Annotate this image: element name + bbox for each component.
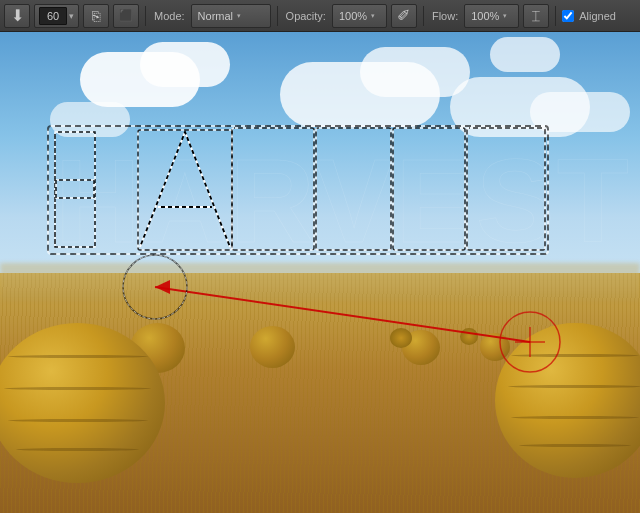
cloud-6 [530,92,630,132]
pattern-icon: ⬛ [119,9,133,22]
size-dropdown-arrow[interactable]: ▾ [69,11,74,21]
tool-button-1[interactable]: ⬇ [4,4,30,28]
horizon-haze [0,263,640,301]
mode-dropdown[interactable]: Normal ▾ [191,4,271,28]
mode-value: Normal [198,10,233,22]
tool-button-2[interactable]: ⎘ [83,4,109,28]
opacity-label: Opacity: [284,10,328,22]
airbrush-button[interactable]: ⌶ [523,4,549,28]
separator-3 [423,6,424,26]
aligned-checkbox[interactable] [562,10,574,22]
opacity-value: 100% [339,10,367,22]
flow-dropdown[interactable]: 100% ▾ [464,4,519,28]
canvas-area[interactable]: HARVEST [0,32,640,513]
brush-icon: ✐ [397,6,410,25]
flow-label: Flow: [430,10,460,22]
separator-1 [145,6,146,26]
cloud-7 [490,37,560,72]
hay-bale-bg-2 [250,326,295,368]
hay-bale-distant-1 [390,328,412,348]
cloud-8 [50,102,130,137]
tool-icon-1: ⬇ [11,6,24,25]
stamp-icon: ⎘ [92,8,100,24]
hay-bale-distant-2 [460,328,478,345]
flow-arrow: ▾ [503,12,507,20]
opacity-dropdown[interactable]: 100% ▾ [332,4,387,28]
tool-button-3[interactable]: ⬛ [113,4,139,28]
separator-4 [555,6,556,26]
aligned-checkbox-wrap[interactable]: Aligned [562,10,618,22]
flow-value: 100% [471,10,499,22]
brush-size-input[interactable]: 60 [39,7,67,25]
brush-button[interactable]: ✐ [391,4,417,28]
separator-2 [277,6,278,26]
toolbar: ⬇ 60 ▾ ⎘ ⬛ Mode: Normal ▾ Opacity: 100% … [0,0,640,32]
aligned-label: Aligned [577,10,618,22]
cloud-4 [360,47,470,97]
mode-label: Mode: [152,10,187,22]
cloud-2 [140,42,230,87]
mode-arrow: ▾ [237,12,241,20]
airbrush-icon: ⌶ [532,8,540,23]
sky-layer [0,32,640,297]
hay-bale-bg-4 [480,333,510,361]
opacity-arrow: ▾ [371,12,375,20]
brush-size-control: 60 ▾ [34,4,79,28]
